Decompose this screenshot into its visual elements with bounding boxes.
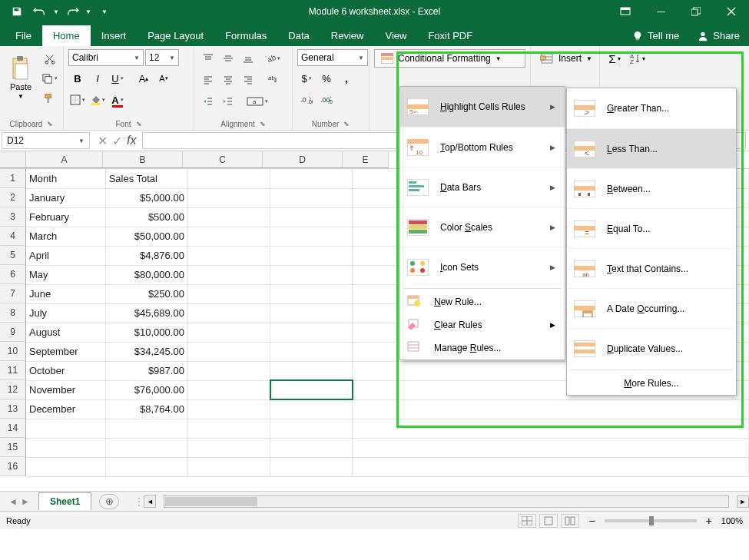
accounting-format-button[interactable]: $▾ — [297, 69, 316, 88]
insert-cells-button[interactable]: Insert ▼ — [535, 49, 597, 68]
align-bottom-button[interactable] — [239, 49, 257, 68]
zoom-out-button[interactable]: − — [588, 515, 595, 527]
horizontal-scrollbar[interactable] — [164, 495, 729, 508]
tab-insert[interactable]: Insert — [91, 25, 138, 46]
increase-indent-button[interactable] — [219, 92, 237, 111]
cell-D4[interactable] — [270, 227, 353, 246]
row-header-11[interactable]: 11 — [0, 361, 26, 380]
row-header-1[interactable]: 1 — [0, 169, 26, 188]
cell-A12[interactable]: November — [26, 380, 105, 399]
sheet-nav-prev[interactable]: ◄ — [8, 496, 18, 507]
cell-D9[interactable] — [270, 323, 353, 342]
row-header-14[interactable]: 14 — [0, 419, 26, 438]
tab-page-layout[interactable]: Page Layout — [137, 25, 214, 46]
decrease-font-button[interactable]: A▾ — [154, 69, 173, 88]
menu-color-scales[interactable]: Color Scales ▶ — [400, 207, 565, 247]
increase-decimal-button[interactable]: .0.00 — [297, 91, 316, 109]
fx-button[interactable]: fx — [127, 134, 136, 147]
cancel-formula-button[interactable]: ✕ — [98, 134, 108, 148]
cell-B2[interactable]: $5,000.00 — [105, 188, 187, 207]
cell-A1[interactable]: Month — [26, 169, 105, 188]
autosum-button[interactable]: Σ▾ — [605, 49, 625, 68]
tab-file[interactable]: File — [5, 25, 42, 46]
cell-A9[interactable]: August — [26, 323, 105, 342]
enter-formula-button[interactable]: ✓ — [112, 134, 122, 148]
cell-D3[interactable] — [270, 207, 353, 227]
sort-filter-button[interactable]: AZ▾ — [628, 49, 648, 68]
cut-button[interactable] — [40, 49, 58, 68]
column-header-a[interactable]: A — [26, 151, 103, 168]
bold-button[interactable]: B — [68, 69, 87, 88]
cell-D2[interactable] — [270, 188, 353, 207]
maximize-button[interactable] — [678, 0, 714, 23]
row-header-3[interactable]: 3 — [0, 207, 26, 227]
cell-C5[interactable] — [187, 246, 270, 265]
cell-A6[interactable]: May — [26, 265, 105, 284]
font-name-combo[interactable]: Calibri▼ — [68, 49, 144, 66]
cell-A2[interactable]: January — [26, 188, 105, 207]
cell-A4[interactable]: March — [26, 227, 105, 246]
menu-clear-rules[interactable]: Clear Rules ▶ — [400, 313, 565, 336]
name-box-dropdown[interactable]: ▼ — [78, 138, 85, 144]
row-header-5[interactable]: 5 — [0, 246, 26, 265]
comma-format-button[interactable]: , — [337, 69, 356, 88]
cell-E15[interactable] — [353, 438, 749, 457]
percent-format-button[interactable]: % — [317, 69, 336, 88]
tab-view[interactable]: View — [374, 25, 417, 46]
cell-B14[interactable] — [105, 419, 187, 438]
decrease-decimal-button[interactable]: .00.0 — [317, 91, 336, 109]
cell-D16[interactable] — [270, 457, 353, 476]
page-break-view-button[interactable] — [561, 514, 579, 528]
menu-new-rule[interactable]: New Rule... — [400, 290, 565, 313]
cell-B5[interactable]: $4,876.00 — [105, 246, 187, 265]
cell-A3[interactable]: February — [26, 207, 105, 227]
submenu-date-occurring[interactable]: A Date Occurring... — [567, 288, 736, 328]
wrap-text-button[interactable]: ab — [263, 71, 282, 89]
cell-A5[interactable]: April — [26, 246, 105, 265]
cell-B6[interactable]: $80,000.00 — [105, 265, 187, 284]
format-painter-button[interactable] — [40, 89, 58, 108]
tab-formulas[interactable]: Formulas — [214, 25, 277, 46]
italic-button[interactable]: I — [88, 69, 107, 88]
paste-button[interactable]: Paste ▼ — [5, 49, 37, 106]
normal-view-button[interactable] — [518, 514, 536, 528]
menu-highlight-cells-rules[interactable]: 5> HHighlight Cells Rulesighlight Cells … — [400, 87, 565, 127]
cell-C4[interactable] — [187, 227, 270, 246]
cell-B16[interactable] — [105, 457, 187, 476]
row-header-4[interactable]: 4 — [0, 227, 26, 246]
row-header-8[interactable]: 8 — [0, 303, 26, 323]
column-header-d[interactable]: D — [263, 151, 343, 168]
row-header-12[interactable]: 12 — [0, 380, 26, 399]
column-header-c[interactable]: C — [183, 151, 263, 168]
cell-E13[interactable] — [353, 399, 749, 419]
cell-C8[interactable] — [187, 303, 270, 323]
cell-E16[interactable] — [353, 457, 749, 476]
conditional-formatting-button[interactable]: Conditional Formatting ▼ — [374, 49, 525, 68]
cell-B3[interactable]: $500.00 — [105, 207, 187, 227]
align-top-button[interactable] — [199, 49, 217, 68]
alignment-dialog-launcher[interactable]: ⬊ — [260, 120, 266, 128]
sheet-nav-next[interactable]: ► — [21, 496, 30, 507]
cell-B9[interactable]: $10,000.00 — [105, 323, 187, 342]
cell-B15[interactable] — [105, 438, 187, 457]
cell-C1[interactable] — [187, 169, 270, 188]
font-color-button[interactable]: A▾ — [108, 91, 127, 109]
row-header-6[interactable]: 6 — [0, 265, 26, 284]
submenu-between[interactable]: Between... — [567, 168, 736, 208]
cell-C14[interactable] — [187, 419, 270, 438]
cell-C7[interactable] — [187, 284, 270, 303]
save-button[interactable] — [6, 2, 28, 21]
cell-A16[interactable] — [26, 457, 105, 476]
cell-D14[interactable] — [270, 419, 353, 438]
cell-D8[interactable] — [270, 303, 353, 323]
zoom-in-button[interactable]: + — [706, 515, 712, 527]
hscroll-right[interactable]: ► — [737, 495, 749, 508]
number-format-combo[interactable]: General▼ — [297, 49, 368, 66]
cell-D12[interactable] — [270, 380, 353, 399]
number-dialog-launcher[interactable]: ⬊ — [343, 120, 350, 128]
zoom-level[interactable]: 100% — [721, 516, 743, 525]
row-header-15[interactable]: 15 — [0, 438, 26, 457]
cell-B7[interactable]: $250.00 — [105, 284, 187, 303]
page-layout-view-button[interactable] — [539, 514, 558, 528]
cell-C11[interactable] — [187, 361, 270, 380]
